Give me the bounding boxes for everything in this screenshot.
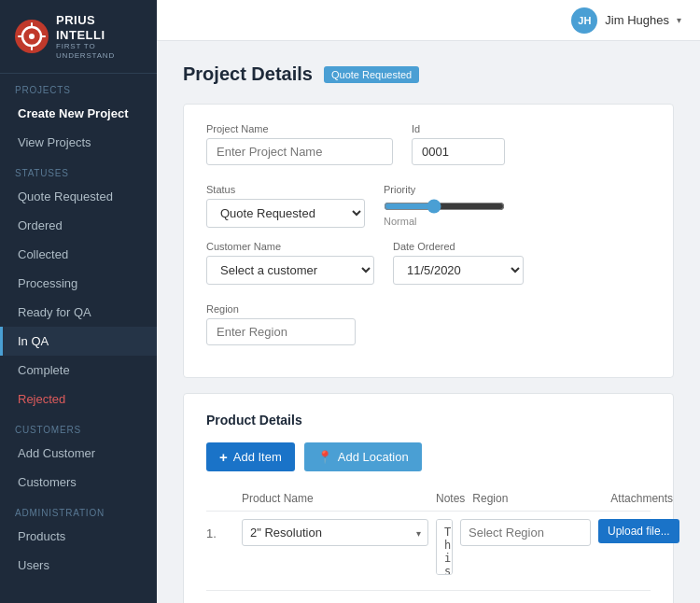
col-region-1: Region bbox=[472, 492, 603, 505]
project-name-group: Project Name bbox=[206, 123, 393, 165]
sidebar-item-processing[interactable]: Processing bbox=[0, 269, 157, 298]
date-ordered-label: Date Ordered bbox=[393, 241, 524, 252]
statuses-section-label: Statuses bbox=[0, 157, 157, 182]
sidebar-item-add-customer[interactable]: Add Customer bbox=[0, 439, 157, 468]
upload-button-1[interactable]: Upload file... bbox=[598, 519, 679, 543]
customers-section-label: Customers bbox=[0, 414, 157, 439]
logo: PRIUS INTELLI FIRST TO UNDERSTAND bbox=[0, 0, 157, 74]
product-row-1: 1. 2" Resolution 4" Resolution 6" Resolu… bbox=[206, 519, 651, 575]
sidebar-item-collected[interactable]: Collected bbox=[0, 240, 157, 269]
main-area: JH Jim Hughes ▾ Project Details Quote Re… bbox=[157, 0, 700, 603]
form-row-2: Customer Name Select a customer Date Ord… bbox=[206, 241, 651, 345]
status-badge: Quote Requested bbox=[324, 66, 419, 83]
page-header: Project Details Quote Requested bbox=[183, 63, 674, 85]
section-divider bbox=[206, 590, 651, 591]
sidebar-item-rejected[interactable]: Rejected bbox=[0, 385, 157, 414]
add-item-button[interactable]: + Add Item bbox=[206, 442, 295, 471]
sidebar-item-quote-requested[interactable]: Quote Requested bbox=[0, 182, 157, 211]
sidebar-item-users[interactable]: Users bbox=[0, 551, 157, 580]
id-group: Id bbox=[412, 123, 505, 165]
form-row-1: Project Name Id Status Quote Requested O… bbox=[206, 123, 651, 228]
customer-name-select[interactable]: Select a customer bbox=[206, 256, 374, 285]
region-label: Region bbox=[206, 303, 356, 315]
content-area: Project Details Quote Requested Project … bbox=[157, 41, 700, 603]
administration-section-label: Administration bbox=[0, 497, 157, 522]
product-actions: + Add Item 📍 Add Location bbox=[206, 442, 651, 471]
col-notes-1: Notes bbox=[436, 492, 465, 505]
status-group: Status Quote Requested Ordered Collected… bbox=[206, 184, 365, 228]
plus-icon: + bbox=[219, 449, 228, 465]
date-ordered-group: Date Ordered 11/5/2020 bbox=[393, 241, 524, 285]
priority-group: Priority Normal bbox=[384, 184, 514, 228]
priority-slider[interactable] bbox=[384, 199, 505, 214]
customer-name-label: Customer Name bbox=[206, 241, 374, 252]
region-select-1[interactable] bbox=[460, 519, 591, 546]
chevron-down-icon: ▾ bbox=[677, 15, 681, 25]
sidebar-item-complete[interactable]: Complete bbox=[0, 356, 157, 385]
sidebar-item-in-qa[interactable]: In QA bbox=[0, 327, 157, 356]
priority-slider-wrapper: Normal bbox=[384, 199, 514, 227]
add-item-label: Add Item bbox=[233, 450, 282, 464]
avatar: JH bbox=[571, 7, 597, 34]
sidebar: PRIUS INTELLI FIRST TO UNDERSTAND Projec… bbox=[0, 0, 157, 603]
product-details-title: Product Details bbox=[206, 413, 651, 428]
priority-display: Normal bbox=[384, 216, 416, 227]
sidebar-item-ready-for-qa[interactable]: Ready for QA bbox=[0, 298, 157, 327]
logo-title: PRIUS INTELLI bbox=[56, 13, 142, 42]
id-label: Id bbox=[412, 123, 505, 134]
product-table-header-1: Product Name Notes Region Attachments Pr… bbox=[206, 486, 651, 512]
status-select[interactable]: Quote Requested Ordered Collected In QA bbox=[206, 199, 365, 228]
col-attachments-1: Attachments bbox=[610, 492, 700, 505]
customer-name-group: Customer Name Select a customer bbox=[206, 241, 374, 285]
attachments-1: Upload file... bbox=[598, 519, 700, 543]
date-ordered-select[interactable]: 11/5/2020 bbox=[393, 256, 524, 285]
page-title: Project Details bbox=[183, 63, 313, 85]
sidebar-item-create-new-project[interactable]: Create New Project bbox=[0, 99, 157, 128]
sidebar-item-customers[interactable]: Customers bbox=[0, 468, 157, 497]
product-select-1[interactable]: 2" Resolution 4" Resolution 6" Resolutio… bbox=[242, 519, 428, 546]
sidebar-item-view-projects[interactable]: View Projects bbox=[0, 128, 157, 157]
topbar: JH Jim Hughes ▾ bbox=[157, 0, 700, 41]
user-menu[interactable]: JH Jim Hughes ▾ bbox=[571, 7, 681, 34]
sidebar-item-products[interactable]: Products bbox=[0, 522, 157, 551]
location-icon: 📍 bbox=[317, 450, 332, 464]
add-location-button[interactable]: 📍 Add Location bbox=[304, 442, 422, 471]
sidebar-item-ordered[interactable]: Ordered bbox=[0, 211, 157, 240]
svg-point-6 bbox=[29, 34, 35, 39]
priority-label: Priority bbox=[384, 184, 514, 195]
add-location-label: Add Location bbox=[338, 450, 409, 464]
project-name-label: Project Name bbox=[206, 123, 393, 134]
project-details-card: Project Name Id Status Quote Requested O… bbox=[183, 104, 674, 378]
logo-subtitle: FIRST TO UNDERSTAND bbox=[56, 42, 142, 60]
row-1-num: 1. bbox=[206, 519, 234, 540]
status-label: Status bbox=[206, 184, 365, 195]
notes-1[interactable]: This is a description about the aerial i… bbox=[436, 519, 453, 575]
product-select-1-wrapper: 2" Resolution 4" Resolution 6" Resolutio… bbox=[242, 519, 428, 546]
user-name: Jim Hughes bbox=[605, 13, 669, 27]
region-input[interactable] bbox=[206, 318, 356, 345]
col-product-name-1: Product Name bbox=[242, 492, 428, 505]
projects-section-label: Projects bbox=[0, 74, 157, 99]
id-input[interactable] bbox=[412, 138, 505, 165]
project-name-input[interactable] bbox=[206, 138, 393, 165]
region-group: Region bbox=[206, 303, 356, 345]
product-details-card: Product Details + Add Item 📍 Add Locatio… bbox=[183, 393, 674, 603]
